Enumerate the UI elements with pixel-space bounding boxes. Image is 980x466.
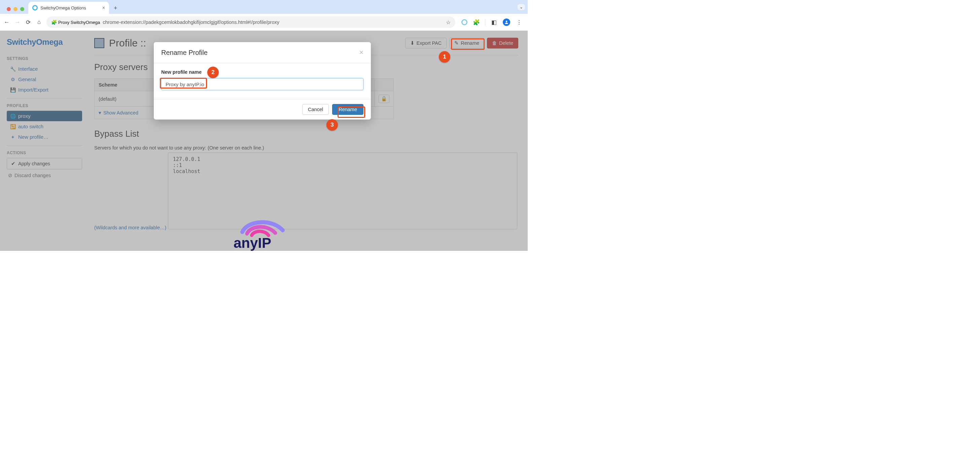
reload-icon[interactable]: ⟳ bbox=[25, 19, 32, 26]
back-icon[interactable]: ← bbox=[3, 19, 10, 26]
tab-title: SwitchyOmega Options bbox=[40, 5, 100, 10]
callout-3: 3 bbox=[326, 119, 338, 131]
profile-avatar-icon[interactable] bbox=[503, 19, 510, 26]
callout-2: 2 bbox=[207, 67, 219, 78]
profile-name-input[interactable] bbox=[161, 78, 363, 90]
maximize-window-icon[interactable] bbox=[20, 7, 24, 11]
svg-point-0 bbox=[506, 21, 508, 22]
extensions-icon[interactable]: 🧩 bbox=[473, 19, 480, 26]
tab-favicon-icon bbox=[32, 5, 38, 10]
switchyomega-extension-icon[interactable] bbox=[461, 19, 468, 25]
extension-badge: 🧩 Proxy SwitchyOmega bbox=[51, 19, 100, 25]
home-icon[interactable]: ⌂ bbox=[36, 19, 42, 26]
divider bbox=[485, 19, 485, 26]
puzzle-icon: 🧩 bbox=[51, 19, 57, 25]
modal-title: Rename Profile bbox=[161, 49, 208, 57]
browser-tab[interactable]: SwitchyOmega Options × bbox=[28, 2, 109, 14]
bookmark-star-icon[interactable]: ☆ bbox=[446, 19, 450, 26]
rename-confirm-button[interactable]: Rename bbox=[332, 104, 363, 115]
extension-name: Proxy SwitchyOmega bbox=[58, 20, 100, 25]
modal-input-label: New profile name bbox=[161, 69, 363, 75]
cancel-button[interactable]: Cancel bbox=[302, 104, 329, 115]
modal-body: New profile name bbox=[154, 63, 371, 99]
close-tab-icon[interactable]: × bbox=[102, 5, 105, 10]
browser-toolbar: ← → ⟳ ⌂ 🧩 Proxy SwitchyOmega chrome-exte… bbox=[0, 14, 528, 30]
modal-header: Rename Profile × bbox=[154, 42, 371, 63]
rename-profile-modal: Rename Profile × New profile name Cancel… bbox=[154, 42, 371, 120]
window-controls bbox=[3, 7, 28, 14]
toolbar-right-icons: 🧩 ◧ ⋮ bbox=[460, 19, 524, 26]
browser-chrome: SwitchyOmega Options × + ⌄ ← → ⟳ ⌂ 🧩 Pro… bbox=[0, 0, 528, 30]
tab-bar: SwitchyOmega Options × + ⌄ bbox=[0, 0, 528, 14]
address-bar[interactable]: 🧩 Proxy SwitchyOmega chrome-extension://… bbox=[46, 16, 455, 28]
minimize-window-icon[interactable] bbox=[13, 7, 18, 11]
kebab-menu-icon[interactable]: ⋮ bbox=[515, 19, 522, 26]
tab-overflow-icon[interactable]: ⌄ bbox=[518, 4, 525, 10]
modal-footer: Cancel Rename bbox=[154, 99, 371, 120]
close-icon[interactable]: × bbox=[359, 48, 363, 57]
close-window-icon[interactable] bbox=[7, 7, 11, 11]
url-text: chrome-extension://padekgcemlokbadohgkif… bbox=[103, 19, 279, 25]
new-tab-button[interactable]: + bbox=[109, 5, 122, 14]
side-panel-icon[interactable]: ◧ bbox=[491, 19, 497, 26]
callout-1: 1 bbox=[439, 51, 450, 62]
forward-icon: → bbox=[14, 19, 21, 26]
